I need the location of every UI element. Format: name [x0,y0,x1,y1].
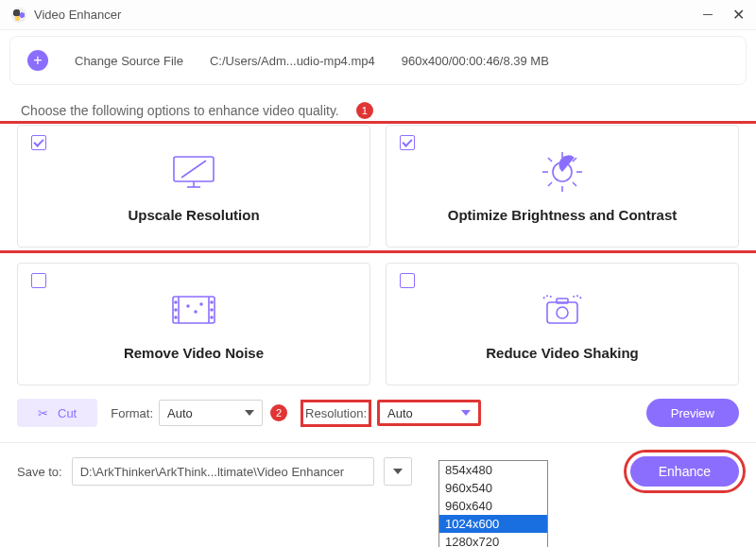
preview-button[interactable]: Preview [646,399,739,427]
instruction-text: Choose the following options to enhance … [21,103,339,118]
preview-label: Preview [671,406,714,420]
chevron-down-icon [461,410,471,416]
save-path-value: D:\ArkThinker\ArkThink...ltimate\Video E… [80,465,344,479]
enhance-grid: Upscale Resolution Optimize Brightness a… [0,125,756,385]
resolution-select: Resolution: Auto [301,400,481,427]
resolution-dropdown[interactable]: Auto [377,400,481,426]
titlebar: Video Enhancer ✕ [0,0,756,30]
svg-line-1 [181,161,206,178]
resolution-option[interactable]: 1024x600 [439,515,547,533]
brightness-icon [538,150,587,194]
resolution-label: Resolution: [301,400,371,427]
card-remove-noise[interactable]: Remove Video Noise [17,263,370,385]
add-source-button[interactable]: + [27,50,48,71]
card-title: Reduce Video Shaking [486,345,638,361]
svg-rect-27 [557,299,568,303]
save-to-label: Save to: [17,465,62,479]
window-title: Video Enhancer [34,8,701,22]
format-dropdown[interactable]: Auto [159,400,263,426]
source-header: + Change Source File C:/Users/Adm...udio… [9,36,747,85]
card-optimize-brightness[interactable]: Optimize Brightness and Contrast [386,125,739,248]
checkbox-upscale[interactable] [31,135,46,150]
format-select: Format: Auto [111,400,263,426]
format-label: Format: [111,406,153,420]
checkbox-optimize[interactable] [400,135,415,150]
app-logo-icon [11,8,26,23]
chevron-down-icon [245,410,254,416]
monitor-upscale-icon [168,150,219,194]
checkbox-denoise[interactable] [31,273,46,288]
scissors-icon: ✂ [38,406,48,420]
svg-point-20 [211,309,213,311]
controls-bar: ✂ Cut Format: Auto 2 Resolution: Auto Pr… [0,385,756,435]
resolution-option[interactable]: 854x480 [439,461,547,479]
save-path-dropdown[interactable] [384,457,412,486]
resolution-options-list[interactable]: 854x480960x540960x6401024x6001280x720192… [438,460,548,547]
resolution-option[interactable]: 960x540 [439,479,547,497]
save-bar: Save to: D:\ArkThinker\ArkThink...ltimat… [0,442,756,500]
camera-shake-icon [536,288,589,332]
svg-point-23 [195,311,197,313]
svg-point-26 [557,307,568,318]
source-info: 960x400/00:00:46/8.39 MB [402,54,549,68]
change-source-link[interactable]: Change Source File [75,54,183,68]
svg-rect-25 [547,302,577,323]
source-path: C:/Users/Adm...udio-mp4.mp4 [210,54,375,68]
minimize-button[interactable] [701,9,714,22]
resolution-value: Auto [387,406,413,420]
svg-point-24 [200,303,202,305]
card-title: Remove Video Noise [124,345,264,361]
svg-point-17 [175,309,177,311]
save-path-field[interactable]: D:\ArkThinker\ArkThink...ltimate\Video E… [72,457,374,486]
film-noise-icon [167,288,220,332]
svg-line-12 [548,182,552,186]
chevron-down-icon [393,469,403,474]
instruction-row: Choose the following options to enhance … [0,85,756,125]
card-title: Upscale Resolution [128,207,259,223]
svg-point-22 [187,305,189,307]
cut-button[interactable]: ✂ Cut [17,399,97,427]
close-button[interactable]: ✕ [731,9,745,22]
annotation-marker-2: 2 [270,404,287,421]
resolution-option[interactable]: 1280x720 [439,533,547,547]
card-reduce-shaking[interactable]: Reduce Video Shaking [386,263,739,385]
annotation-marker-1: 1 [356,102,373,119]
card-upscale-resolution[interactable]: Upscale Resolution [17,125,370,248]
format-value: Auto [167,406,193,420]
resolution-option[interactable]: 960x640 [439,497,547,515]
svg-line-9 [548,158,552,162]
svg-point-18 [175,316,177,318]
svg-point-16 [175,301,177,303]
svg-point-19 [211,301,213,303]
svg-line-10 [573,182,576,186]
svg-point-21 [211,316,213,318]
enhance-label: Enhance [659,464,711,479]
cut-label: Cut [58,406,77,420]
card-title: Optimize Brightness and Contrast [448,207,678,223]
checkbox-stabilize[interactable] [400,273,415,288]
enhance-button[interactable]: Enhance [630,456,739,487]
